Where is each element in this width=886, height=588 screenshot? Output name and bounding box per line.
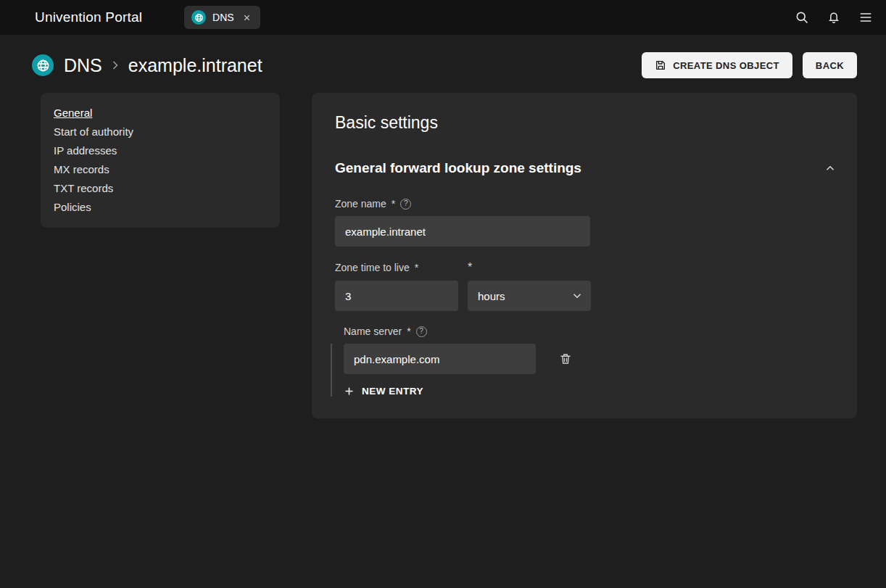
- page-header: DNS example.intranet CREATE DNS OBJECT B…: [0, 35, 886, 93]
- notifications-button[interactable]: [818, 0, 850, 35]
- zone-ttl-labels: Zone time to live * *: [335, 261, 834, 274]
- chevron-right-icon: [108, 58, 123, 73]
- create-dns-object-label: CREATE DNS OBJECT: [673, 60, 779, 71]
- zone-name-label: Zone name * ?: [335, 198, 834, 210]
- dns-module-icon: [32, 54, 54, 76]
- zone-ttl-input[interactable]: [335, 281, 458, 311]
- unit-required-asterisk: *: [468, 261, 472, 274]
- delete-entry-button[interactable]: [555, 348, 576, 370]
- app-title: Univention Portal: [35, 9, 142, 25]
- trash-icon: [559, 352, 572, 365]
- zone-ttl-unit-value: hours: [478, 290, 505, 302]
- basic-settings-card: Basic settings General forward lookup zo…: [312, 93, 857, 418]
- zone-ttl-label: Zone time to live *: [335, 262, 468, 273]
- create-dns-object-button[interactable]: CREATE DNS OBJECT: [642, 52, 792, 78]
- zone-name-input[interactable]: [335, 216, 590, 247]
- save-icon: [655, 59, 666, 71]
- name-server-row: [344, 344, 834, 374]
- zone-ttl-label-text: Zone time to live: [335, 262, 410, 273]
- tab-dns-label: DNS: [212, 12, 234, 23]
- bell-icon: [827, 10, 841, 25]
- close-icon[interactable]: [241, 12, 253, 24]
- section-title: General forward lookup zone settings: [335, 160, 581, 176]
- zone-ttl-unit-select[interactable]: hours: [468, 281, 591, 311]
- settings-nav: General Start of authority IP addresses …: [41, 93, 280, 228]
- new-entry-button[interactable]: NEW ENTRY: [344, 386, 423, 397]
- sidebar-item-start-of-authority[interactable]: Start of authority: [41, 123, 280, 141]
- header-actions: CREATE DNS OBJECT BACK: [642, 52, 857, 78]
- name-server-field: Name server * ? NEW ENTR: [312, 326, 857, 397]
- sidebar-item-general[interactable]: General: [41, 104, 280, 123]
- search-icon: [795, 10, 809, 25]
- name-server-input[interactable]: [344, 344, 536, 374]
- chevron-down-icon: [571, 289, 584, 302]
- content: General Start of authority IP addresses …: [0, 93, 886, 418]
- zone-name-label-text: Zone name: [335, 198, 386, 210]
- name-server-label-text: Name server: [344, 326, 402, 337]
- name-server-multivalue: NEW ENTRY: [331, 344, 834, 397]
- breadcrumb[interactable]: DNS: [64, 55, 102, 76]
- sidebar-item-txt-records[interactable]: TXT records: [41, 179, 280, 198]
- tab-dns[interactable]: DNS: [184, 6, 260, 29]
- globe-icon: [191, 10, 206, 25]
- search-button[interactable]: [786, 0, 818, 35]
- collapse-section-button[interactable]: [819, 157, 841, 179]
- new-entry-label: NEW ENTRY: [362, 386, 423, 397]
- page-title: example.intranet: [128, 55, 262, 76]
- back-button-label: BACK: [816, 60, 844, 71]
- section-header: General forward lookup zone settings: [312, 152, 857, 183]
- required-asterisk: *: [392, 198, 395, 210]
- zone-ttl-row: hours: [335, 281, 834, 311]
- menu-button[interactable]: [850, 0, 882, 35]
- back-button[interactable]: BACK: [803, 52, 857, 78]
- help-icon[interactable]: ?: [416, 326, 427, 337]
- plus-icon: [344, 386, 355, 397]
- zone-name-field: Zone name * ?: [312, 198, 857, 247]
- sidebar-item-ip-addresses[interactable]: IP addresses: [41, 141, 280, 160]
- required-asterisk: *: [407, 326, 410, 337]
- zone-ttl-field: Zone time to live * * hours: [312, 261, 857, 311]
- hamburger-menu-icon: [858, 10, 873, 25]
- help-icon[interactable]: ?: [400, 199, 411, 210]
- name-server-label: Name server * ?: [331, 326, 834, 337]
- required-asterisk: *: [415, 262, 418, 273]
- sidebar-item-mx-records[interactable]: MX records: [41, 160, 280, 179]
- topbar-actions: [786, 0, 882, 35]
- chevron-up-icon: [824, 162, 837, 175]
- topbar: Univention Portal DNS: [0, 0, 886, 35]
- sidebar-item-policies[interactable]: Policies: [41, 198, 280, 217]
- basic-settings-heading: Basic settings: [312, 93, 857, 152]
